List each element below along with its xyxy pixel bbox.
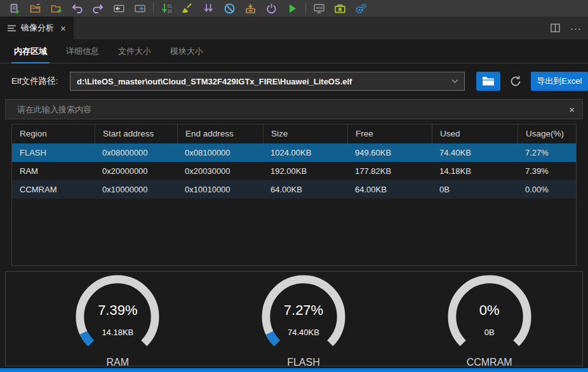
rebuild-icon[interactable] bbox=[198, 0, 219, 17]
cell-region: CCMRAM bbox=[12, 180, 95, 198]
cell-start: 0x10000000 bbox=[95, 180, 177, 198]
svg-text:serial: serial bbox=[316, 6, 323, 10]
gauge-percent-value: 7.27% bbox=[250, 302, 357, 319]
cell-start: 0x20000000 bbox=[95, 162, 177, 180]
column-header[interactable]: Used bbox=[432, 124, 518, 143]
gauge-used-value: 74.40KB bbox=[250, 328, 357, 337]
cell-size: 192.00KB bbox=[263, 162, 347, 180]
reset-icon[interactable] bbox=[261, 0, 282, 17]
cell-usage: 7.27% bbox=[518, 143, 576, 161]
subtab-module-size[interactable]: 模块大小 bbox=[170, 46, 203, 63]
column-header[interactable]: Start address bbox=[95, 124, 177, 143]
cell-usage: 0.00% bbox=[518, 180, 576, 198]
gauge-region-label: RAM bbox=[63, 357, 171, 368]
subtab-file-size[interactable]: 文件大小 bbox=[118, 46, 151, 63]
redo-icon[interactable] bbox=[88, 0, 109, 17]
editor-tab-bar: 镜像分析 × ··· bbox=[0, 17, 588, 39]
cell-used: 74.40KB bbox=[432, 143, 518, 161]
elf-path-row: Elf文件路径: 导出到Excel bbox=[0, 72, 588, 91]
usage-gauge-ram: 7.39%14.18KBRAM bbox=[63, 272, 171, 366]
list-icon bbox=[8, 25, 16, 32]
settings-gears-icon[interactable] bbox=[351, 0, 371, 17]
move-view-right-icon[interactable] bbox=[130, 0, 150, 17]
column-header[interactable]: Size bbox=[263, 124, 347, 143]
cell-free: 177.82KB bbox=[347, 162, 432, 180]
column-header[interactable]: Free bbox=[347, 124, 432, 143]
tab-image-analysis[interactable]: 镜像分析 × bbox=[0, 17, 74, 39]
tabbar-actions: ··· bbox=[551, 17, 588, 39]
main-toolbar: 0110 serial bbox=[0, 0, 588, 17]
table-header: RegionStart addressEnd addressSizeFreeUs… bbox=[12, 124, 576, 143]
cell-used: 14.18KB bbox=[432, 162, 518, 180]
undo-icon[interactable] bbox=[67, 0, 88, 17]
table-body: FLASH0x080000000x081000001024.00KB949.60… bbox=[12, 143, 576, 199]
subtab-memory-region[interactable]: 内存区域 bbox=[14, 46, 47, 63]
app-window: 0110 serial 镜像分析 × ··· 内存区域 详细信息 文件大小 模块… bbox=[0, 0, 588, 372]
new-project-icon[interactable] bbox=[4, 0, 25, 17]
gauge-percent-value: 7.39% bbox=[63, 302, 171, 319]
usage-gauge-flash: 7.27%74.40KBFLASH bbox=[250, 272, 357, 366]
cell-region: RAM bbox=[12, 162, 95, 180]
run-icon[interactable] bbox=[282, 0, 303, 17]
table-row-flash[interactable]: FLASH0x080000000x081000001024.00KB949.60… bbox=[12, 143, 576, 162]
burn-icon[interactable] bbox=[240, 0, 261, 17]
search-input[interactable] bbox=[6, 100, 582, 119]
gauge-region-label: CCMRAM bbox=[436, 357, 544, 368]
column-header[interactable]: Usage(%) bbox=[518, 124, 576, 143]
elf-path-input[interactable] bbox=[70, 72, 464, 90]
cell-size: 1024.00KB bbox=[263, 143, 347, 161]
bottom-progress-bar bbox=[0, 368, 588, 372]
open-project-icon[interactable] bbox=[25, 0, 46, 17]
tab-title: 镜像分析 bbox=[21, 22, 54, 34]
gauge-used-value: 0B bbox=[436, 328, 544, 337]
gauge-region-label: FLASH bbox=[250, 357, 357, 368]
usage-gauge-ccmram: 0%0BCCMRAM bbox=[436, 272, 544, 366]
cell-free: 64.00KB bbox=[347, 180, 432, 198]
svg-text:10: 10 bbox=[168, 9, 173, 13]
svg-text:01: 01 bbox=[168, 4, 173, 8]
column-header[interactable]: End address bbox=[177, 124, 263, 143]
toolbox-icon[interactable] bbox=[330, 0, 351, 17]
refresh-icon[interactable] bbox=[509, 74, 523, 88]
cell-region: FLASH bbox=[12, 143, 95, 161]
export-excel-button[interactable]: 导出到Excel bbox=[531, 72, 588, 91]
elf-path-label: Elf文件路径: bbox=[11, 76, 70, 87]
more-actions-icon[interactable]: ··· bbox=[570, 23, 582, 34]
stop-build-icon[interactable] bbox=[219, 0, 240, 17]
gauge-used-value: 14.18KB bbox=[63, 328, 171, 337]
new-folder-icon[interactable] bbox=[46, 0, 67, 17]
subtab-detail-info[interactable]: 详细信息 bbox=[66, 46, 99, 63]
move-view-left-icon[interactable] bbox=[109, 0, 130, 17]
usage-gauges-panel: 7.39%14.18KBRAM7.27%74.40KBFLASH0%0BCCMR… bbox=[5, 271, 583, 366]
cell-usage: 7.39% bbox=[518, 162, 576, 180]
cell-used: 0B bbox=[432, 180, 518, 198]
cell-end: 0x10010000 bbox=[177, 180, 263, 198]
split-editor-icon[interactable] bbox=[551, 23, 560, 32]
browse-folder-button[interactable] bbox=[476, 72, 500, 91]
memory-region-table: RegionStart addressEnd addressSizeFreeUs… bbox=[11, 124, 577, 266]
search-box: × bbox=[5, 99, 583, 119]
cell-size: 64.00KB bbox=[263, 180, 347, 198]
gauge-percent-value: 0% bbox=[436, 302, 544, 319]
serial-terminal-icon[interactable]: serial bbox=[309, 0, 330, 17]
clear-search-icon[interactable]: × bbox=[569, 104, 575, 115]
cell-end: 0x08100000 bbox=[177, 143, 263, 161]
elf-path-combobox[interactable] bbox=[70, 72, 465, 91]
chevron-down-icon[interactable] bbox=[451, 79, 458, 84]
cell-free: 949.60KB bbox=[347, 143, 432, 161]
image-analysis-view: 内存区域 详细信息 文件大小 模块大小 Elf文件路径: 导出到Excel × … bbox=[0, 39, 588, 368]
close-icon[interactable]: × bbox=[60, 23, 66, 34]
table-row-ccmram[interactable]: CCMRAM0x100000000x1001000064.00KB64.00KB… bbox=[12, 180, 576, 199]
compile-icon[interactable]: 0110 bbox=[156, 0, 177, 17]
subtab-bar: 内存区域 详细信息 文件大小 模块大小 bbox=[0, 44, 588, 63]
column-header[interactable]: Region bbox=[12, 124, 95, 143]
clean-icon[interactable] bbox=[177, 0, 198, 17]
toolbar-separator bbox=[153, 3, 154, 13]
cell-start: 0x08000000 bbox=[95, 143, 177, 161]
table-row-ram[interactable]: RAM0x200000000x20030000192.00KB177.82KB1… bbox=[12, 162, 576, 180]
toolbar-separator bbox=[305, 3, 306, 13]
cell-end: 0x20030000 bbox=[177, 162, 263, 180]
